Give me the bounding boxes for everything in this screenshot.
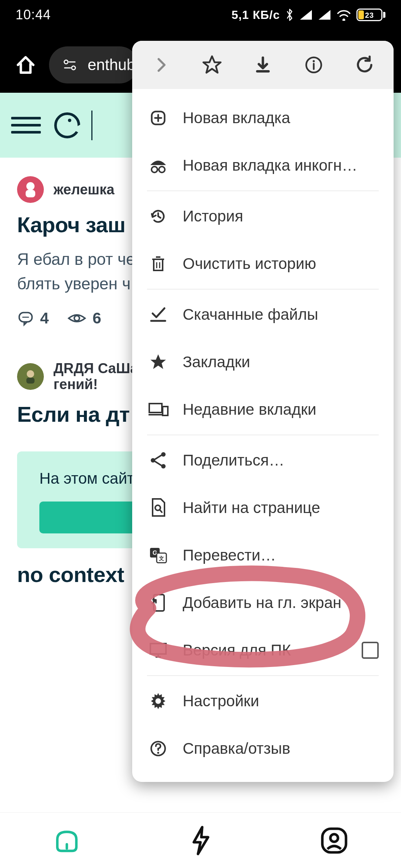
status-bar: 10:44 5,1 КБ/с 23 [0, 0, 401, 30]
comments-value: 4 [40, 309, 49, 327]
menu-item-label: Добавить на гл. экран [183, 594, 379, 612]
menu-add-to-homescreen[interactable]: Добавить на гл. экран [132, 579, 394, 627]
menu-clear-history[interactable]: Очистить историю [132, 240, 394, 287]
svg-point-5 [26, 182, 35, 190]
new-tab-icon [147, 107, 169, 129]
svg-point-14 [330, 834, 338, 842]
browser-overflow-menu: Новая вкладка Новая вкладка инкогн… Исто… [132, 41, 394, 782]
author-line-2: гений! [53, 377, 98, 392]
battery-indicator: 23 [356, 9, 385, 21]
svg-point-22 [159, 167, 165, 172]
site-settings-icon[interactable] [62, 57, 77, 72]
menu-find-in-page[interactable]: Найти на странице [132, 484, 394, 532]
menu-item-label: Справка/отзыв [183, 740, 379, 757]
svg-point-10 [27, 370, 34, 378]
menu-separator [147, 191, 379, 191]
svg-point-0 [343, 19, 345, 21]
svg-line-37 [154, 461, 162, 466]
menu-settings[interactable]: Настройки [132, 677, 394, 725]
menu-downloads[interactable]: Скачанные файлы [132, 291, 394, 338]
download-button[interactable] [246, 48, 280, 82]
svg-point-1 [64, 60, 68, 64]
views-count: 6 [67, 309, 101, 327]
svg-rect-11 [26, 378, 35, 384]
menu-item-label: Версия для ПК [183, 641, 348, 659]
menu-separator [147, 675, 379, 676]
svg-point-35 [161, 464, 166, 468]
menu-bookmarks[interactable]: Закладки [132, 338, 394, 386]
network-speed: 5,1 КБ/с [231, 8, 280, 22]
status-right: 5,1 КБ/с 23 [231, 8, 385, 22]
post-author[interactable]: ДRДЯ СаШа гений! [53, 361, 138, 392]
menu-incognito-tab[interactable]: Новая вкладка инкогн… [132, 142, 394, 189]
menu-history[interactable]: История [132, 193, 394, 240]
wifi-icon [336, 9, 351, 21]
svg-text:文: 文 [159, 555, 164, 561]
svg-point-3 [72, 66, 75, 70]
views-value: 6 [92, 309, 101, 327]
page-info-button[interactable] [297, 48, 330, 82]
site-logo[interactable] [54, 111, 92, 140]
svg-rect-30 [149, 404, 162, 412]
menu-item-label: Новая вкладка [183, 109, 379, 127]
menu-item-label: Настройки [183, 692, 379, 710]
menu-item-label: Недавние вкладки [183, 401, 379, 418]
nav-home-icon[interactable] [50, 824, 84, 857]
menu-item-label: Очистить историю [183, 255, 379, 273]
check-underline-icon [147, 303, 169, 326]
menu-translate[interactable]: G文 Перевести… [132, 532, 394, 579]
menu-item-label: Перевести… [183, 546, 379, 564]
desktop-icon [147, 639, 169, 661]
bookmark-star-button[interactable] [195, 48, 229, 82]
svg-rect-6 [26, 190, 35, 197]
svg-line-36 [154, 455, 162, 460]
svg-point-16 [313, 60, 315, 62]
desktop-site-checkbox[interactable] [362, 642, 379, 659]
nav-profile-icon[interactable] [317, 824, 351, 857]
svg-point-21 [151, 167, 157, 172]
svg-rect-45 [150, 644, 166, 654]
forward-button[interactable] [144, 48, 178, 82]
menu-top-row [132, 41, 394, 89]
menu-item-label: История [183, 207, 379, 225]
menu-item-label: Поделиться… [183, 451, 379, 469]
url-text: enthub [88, 56, 135, 74]
svg-rect-24 [154, 259, 163, 270]
avatar[interactable] [17, 363, 44, 390]
avatar[interactable] [17, 176, 44, 203]
menu-recent-tabs[interactable]: Недавние вкладки [132, 386, 394, 433]
author-line-1: ДRДЯ СаШа [53, 361, 138, 376]
gear-icon [147, 690, 169, 712]
help-icon [147, 737, 169, 760]
star-filled-icon [147, 351, 169, 373]
add-to-homescreen-icon [147, 592, 169, 614]
svg-line-39 [160, 510, 162, 512]
post-author[interactable]: желешка [53, 182, 114, 198]
comments-count[interactable]: 4 [17, 309, 49, 327]
reload-button[interactable] [348, 48, 381, 82]
menu-item-label: Найти на странице [183, 499, 379, 517]
menu-new-tab[interactable]: Новая вкладка [132, 94, 394, 142]
menu-item-label: Скачанные файлы [183, 306, 379, 323]
share-icon [147, 449, 169, 471]
trash-icon [147, 253, 169, 275]
svg-point-9 [74, 316, 79, 321]
menu-help[interactable]: Справка/отзыв [132, 725, 394, 772]
nav-bolt-icon[interactable] [184, 824, 217, 857]
menu-separator [147, 289, 379, 289]
svg-rect-32 [163, 407, 168, 415]
signal-icon-2 [318, 9, 331, 20]
svg-point-49 [155, 698, 161, 704]
url-bar[interactable]: enthub [49, 46, 138, 83]
site-bottom-nav [0, 812, 401, 868]
translate-icon: G文 [147, 544, 169, 566]
menu-item-label: Новая вкладка инкогн… [183, 157, 379, 174]
home-button[interactable] [11, 50, 40, 79]
menu-desktop-site[interactable]: Версия для ПК [132, 627, 394, 674]
menu-separator [147, 435, 379, 435]
menu-share[interactable]: Поделиться… [132, 437, 394, 484]
svg-point-51 [157, 752, 159, 754]
hamburger-menu-button[interactable] [11, 111, 41, 140]
find-in-page-icon [147, 497, 169, 519]
svg-point-33 [161, 452, 166, 457]
